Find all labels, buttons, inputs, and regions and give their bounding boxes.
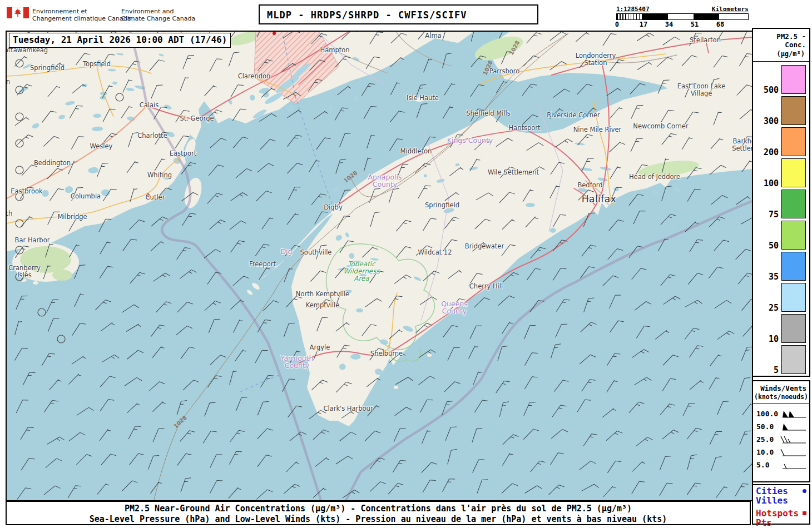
wind-barb-icon [780,460,807,471]
place-label: Riverside Corner [547,112,600,119]
caption-line1: PM2.5 Near-Ground Air Concentrations (µg… [7,504,750,514]
winds-legend-units: (knots/noeuds) [753,392,809,402]
pm25-level-value: 50 [769,242,779,250]
wind-legend-row: 10.0 [753,446,809,459]
pm25-level-value: 75 [769,211,779,218]
place-label: Columbia [71,193,101,200]
wind-speed-value: 25.0 [756,435,774,444]
wind-speed-value: 5.0 [756,461,769,469]
place-label: Isle Haute [407,94,439,102]
canada-flag-icon [7,7,29,18]
scalebar-ticks: 017345168 [616,20,749,28]
cities-label-fr: Villes [756,496,788,505]
pm25-level-value: 200 [764,148,779,156]
hotspot-marker-icon [803,511,806,515]
pm25-legend-row: 300 [753,96,806,125]
page: Environnement et Changement climatique C… [0,0,812,528]
pm25-legend-row: 200 [753,127,806,156]
place-label: Bar Harbor [15,237,50,244]
winds-legend-title: Winds/Vents [753,381,809,392]
wind-speed-value: 50.0 [756,422,774,431]
scalebar-seg [668,14,694,19]
pm25-color-swatch [781,221,806,250]
pm25-legend-title: PM2.5 - Conc. [753,29,809,49]
place-label: Eastbrook [11,188,42,195]
scale-ratio: 1:1285407 [616,6,650,13]
place-label: Bedford [577,182,602,189]
pm25-level-value: 5 [774,366,779,374]
pm25-level-value: 300 [764,117,779,125]
place-label: Halifax [582,196,617,203]
pm25-color-swatch [781,252,806,281]
weather-map: Tuesday, 21 April 2026 10:00 ADT (17/46)… [6,31,753,501]
county-label: Kings County [447,137,493,144]
pm25-legend-row: 50 [753,221,806,250]
scalebar-bar [616,13,749,20]
place-label: Southville [300,249,332,256]
place-label: Digby [324,204,342,211]
pm25-legend: PM2.5 - Conc. (µg/m³) 500300200100755035… [752,28,810,377]
place-label: Stellarton [690,37,721,44]
place-label: St. George [180,115,214,122]
pm25-legend-row: 25 [753,283,806,312]
pm25-color-swatch [781,314,806,343]
pm25-legend-row: 35 [753,252,806,281]
place-label: Eastport [170,150,196,157]
wind-legend-row: 5.0 [753,459,809,471]
wind-legend-row: 25.0 [753,433,809,446]
wind-barb-icon [780,447,807,458]
place-label: Parrsboro [489,68,520,75]
agency-name-fr: Environnement et Changement climatique C… [32,8,131,22]
agency-name-en: Environment and Climate Change Canada [121,8,195,22]
pm25-legend-row: 10 [753,314,806,343]
place-label: Wile Settlement [488,169,539,176]
place-label: East Loon Lake Village [677,83,725,97]
caption-line2: Sea-Level Pressure (hPa) and Low-Level W… [7,514,750,524]
county-label: Dig [280,248,292,255]
scalebar-seg [642,14,668,19]
place-label: Milbridge [57,213,87,221]
wind-legend-row: 50.0 [753,420,809,433]
isobar-label: 1028 [508,39,521,56]
place-label: Topsfield [83,61,111,68]
scalebar-tick: 0 [615,21,619,28]
cities-label-en: Cities [756,486,788,496]
wind-speed-value: 100.0 [756,410,778,418]
place-label: Freeport [249,261,276,268]
scalebar-tick: 68 [716,21,724,28]
hotspots-label-fr: Pts chauds [756,518,806,528]
place-label: Newcomb Corner [633,123,688,130]
caption-box: PM2.5 Near-Ground Air Concentrations (µg… [6,501,751,525]
place-label: Whiting [147,172,172,179]
pm25-legend-row: 100 [753,158,806,187]
place-label: Hampton [320,47,349,54]
city-marker-icon [803,489,806,493]
markers-legend: Cities Villes Hotspots Pts chauds [752,484,810,525]
place-label: Lincoln [6,78,10,86]
scalebar-tick: 17 [640,21,647,28]
scalebar-seg [719,14,745,19]
place-label: Beddington [34,160,71,167]
place-label: Barkhouse Settlement [732,138,753,152]
pm25-legend-row: 75 [753,190,806,218]
place-label: Clark's Harbour [323,405,373,412]
place-label: Cherry Hill [469,283,503,290]
place-label: Calais [140,102,159,109]
county-label: Yarmouth County [280,355,313,369]
pm25-level-value: 10 [769,335,779,343]
place-label: Nine Mile River [573,126,622,133]
pm25-color-swatch [781,283,806,312]
pm25-color-swatch [781,96,806,125]
pm25-legend-row: 5 [753,345,806,374]
place-label: Sheffield Mills [466,110,511,117]
place-label: Cutler [146,194,165,201]
pm25-level-value: 25 [769,304,779,312]
pm25-level-value: 500 [764,86,779,94]
wind-barb-icon [780,421,807,432]
pm25-color-swatch [781,158,806,187]
place-label: Springfield [425,202,459,209]
pm25-color-swatch [781,345,806,374]
hotspots-label-en: Hotspots [756,509,799,518]
place-label: North Kemptville [296,291,349,298]
place-label: Shelburne [370,350,403,357]
